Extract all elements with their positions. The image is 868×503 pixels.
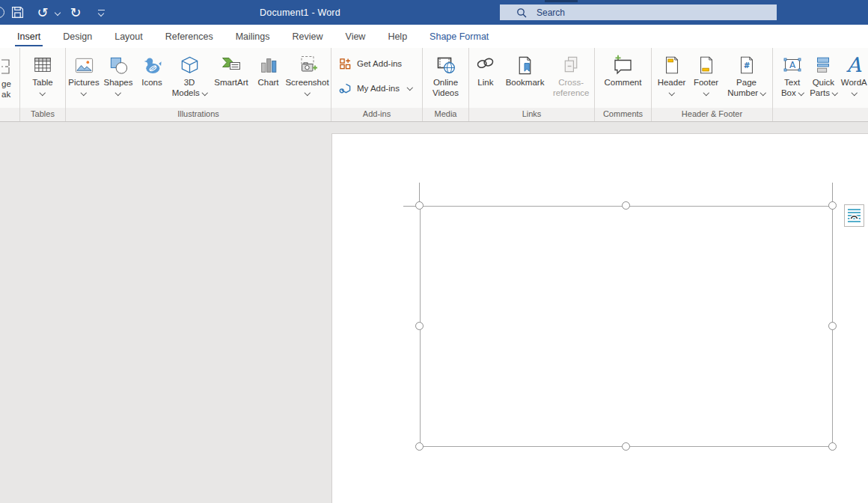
header-label: Header xyxy=(658,78,686,88)
tab-shape-format[interactable]: Shape Format xyxy=(418,25,500,48)
text-box-button[interactable]: A Text Box xyxy=(777,48,807,98)
online-videos-label-2: Videos xyxy=(433,88,459,99)
chevron-down-icon xyxy=(798,89,804,95)
chevron-down-icon xyxy=(832,89,838,95)
wordart-button[interactable]: A WordA xyxy=(840,48,868,94)
page-number-button[interactable]: # Page Number xyxy=(723,48,771,98)
document-canvas[interactable] xyxy=(0,124,868,503)
pictures-label: Pictures xyxy=(68,78,100,88)
tab-references[interactable]: References xyxy=(154,25,224,48)
link-button[interactable]: Link xyxy=(469,48,502,88)
chevron-down-icon xyxy=(760,89,766,95)
my-addins-button[interactable]: My Add-ins xyxy=(339,79,412,98)
pictures-button[interactable]: Pictures xyxy=(67,48,102,94)
resize-handle-middle-right[interactable] xyxy=(828,322,837,330)
header-button[interactable]: Header xyxy=(654,48,690,94)
page-number-label-1: Page xyxy=(736,78,757,88)
online-videos-button[interactable]: Online Videos xyxy=(433,48,459,98)
page-number-label-2: Number xyxy=(727,88,758,99)
layout-options-button[interactable] xyxy=(844,204,864,227)
chevron-down-icon xyxy=(202,89,208,95)
group-label-tables: Tables xyxy=(20,108,65,121)
chevron-down-icon xyxy=(115,89,121,95)
screenshot-button[interactable]: Screenshot xyxy=(284,48,331,94)
page-break-label-partial-1: ge xyxy=(1,79,11,90)
undo-icon: ↺ xyxy=(37,6,48,19)
group-media: Online Videos Media xyxy=(423,48,469,121)
my-addins-icon xyxy=(339,82,352,95)
quick-parts-label-2: Parts xyxy=(810,88,830,99)
page-break-icon xyxy=(1,54,18,79)
3d-models-button[interactable]: 3D Models xyxy=(169,48,210,98)
tab-review[interactable]: Review xyxy=(281,25,334,48)
group-label-comments: Comments xyxy=(595,108,651,121)
smartart-button[interactable]: SmartArt xyxy=(210,48,253,88)
my-addins-label: My Add-ins xyxy=(357,84,400,93)
group-label-text xyxy=(773,108,868,121)
resize-handle-bottom-left[interactable] xyxy=(415,442,424,451)
tab-view[interactable]: View xyxy=(334,25,377,48)
svg-text:A: A xyxy=(789,60,795,70)
customize-qat-button[interactable] xyxy=(91,0,111,25)
table-button[interactable]: Table xyxy=(32,48,53,94)
get-addins-label: Get Add-ins xyxy=(357,59,402,68)
resize-handle-top-left[interactable] xyxy=(415,201,424,210)
table-label: Table xyxy=(32,78,53,88)
cross-reference-label-2: reference xyxy=(553,88,590,99)
tab-design[interactable]: Design xyxy=(52,25,103,48)
resize-handle-middle-left[interactable] xyxy=(415,322,424,330)
group-links: Link Bookmark xyxy=(469,48,595,121)
save-icon xyxy=(11,6,24,19)
resize-handle-top-right[interactable] xyxy=(828,201,837,210)
footer-button[interactable]: Footer xyxy=(690,48,723,94)
selected-rectangle-shape[interactable] xyxy=(420,206,833,447)
cross-reference-label-1: Cross- xyxy=(558,78,584,88)
save-button[interactable] xyxy=(6,0,28,25)
shapes-button[interactable]: Shapes xyxy=(102,48,135,94)
quick-parts-label-1: Quick xyxy=(813,78,834,88)
chevron-down-icon xyxy=(81,89,87,95)
tab-layout[interactable]: Layout xyxy=(103,25,154,48)
group-comments: Comment Comments xyxy=(595,48,652,121)
undo-button[interactable]: ↺ xyxy=(33,0,52,25)
chart-icon xyxy=(258,52,279,78)
group-tables: Table Tables xyxy=(20,48,66,121)
quick-parts-button[interactable]: Quick Parts xyxy=(807,48,840,98)
chevron-down-icon xyxy=(55,9,61,15)
word-window: ↺ ↻ Document1 - Word Search xyxy=(0,0,868,503)
smartart-icon xyxy=(220,52,242,78)
tab-mailings[interactable]: Mailings xyxy=(224,25,281,48)
shapes-label: Shapes xyxy=(103,78,132,88)
group-label-addins: Add-ins xyxy=(331,108,422,121)
bookmark-button[interactable]: Bookmark xyxy=(502,48,548,88)
comment-button[interactable]: Comment xyxy=(605,48,642,88)
resize-handle-top-middle[interactable] xyxy=(622,201,630,210)
chart-button[interactable]: Chart xyxy=(253,48,284,88)
svg-text:A: A xyxy=(846,54,863,76)
customize-qat-icon xyxy=(98,10,105,16)
page-break-label-partial-2: ak xyxy=(1,90,10,100)
tab-help[interactable]: Help xyxy=(376,25,418,48)
get-addins-button[interactable]: Get Add-ins xyxy=(339,54,412,73)
page-break-button-partial[interactable]: ge ak xyxy=(1,48,18,100)
text-box-label-1: Text xyxy=(784,78,800,88)
undo-dropdown-button[interactable] xyxy=(52,0,63,25)
resize-handle-bottom-middle[interactable] xyxy=(622,442,630,451)
chart-label: Chart xyxy=(257,78,278,88)
text-box-icon: A xyxy=(781,52,804,78)
pictures-icon xyxy=(73,52,95,78)
search-input[interactable]: Search xyxy=(500,4,777,20)
cross-reference-icon xyxy=(560,52,582,78)
3d-cube-icon xyxy=(179,52,201,78)
search-icon xyxy=(516,7,527,18)
page-number-icon: # xyxy=(736,52,757,78)
tab-insert[interactable]: Insert xyxy=(6,25,52,48)
ribbon: ge ak xyxy=(0,48,868,122)
window-title: Document1 - Word xyxy=(260,0,340,25)
icons-button[interactable]: Icons xyxy=(135,48,169,88)
ribbon-tab-bar: Insert Design Layout References Mailings… xyxy=(0,25,868,48)
redo-button[interactable]: ↻ xyxy=(66,0,85,25)
redo-icon: ↻ xyxy=(70,6,81,19)
resize-handle-bottom-right[interactable] xyxy=(828,442,837,451)
group-label-illustrations: Illustrations xyxy=(66,108,331,121)
